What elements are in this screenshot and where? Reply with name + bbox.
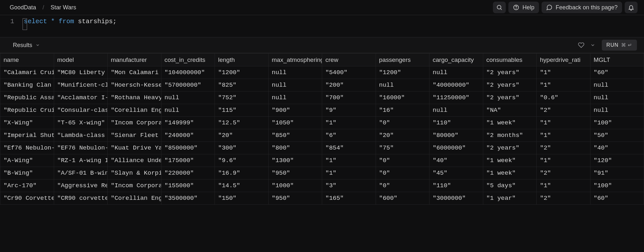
table-cell[interactable]: "700" [322,92,376,104]
table-cell[interactable]: "16000" [376,92,429,104]
table-cell[interactable]: "1 week" [483,154,537,167]
column-header[interactable]: cost_in_credits [161,53,215,66]
table-cell[interactable]: "MC80 Liberty ty [54,66,108,79]
table-cell[interactable]: "165" [322,192,376,205]
table-cell[interactable]: "75" [376,142,429,154]
column-header[interactable]: passengers [376,53,429,66]
table-cell[interactable]: "1" [537,79,591,92]
column-header[interactable]: name [0,53,54,66]
table-cell[interactable]: "5400" [322,66,376,79]
table-cell[interactable]: "0" [376,117,429,129]
table-cell[interactable]: null [429,66,483,79]
table-cell[interactable]: "110" [429,117,483,129]
table-cell[interactable]: "600" [376,192,429,205]
table-cell[interactable]: "100" [590,179,644,192]
table-cell[interactable]: "1 week" [483,117,537,129]
table-cell[interactable]: "20" [376,129,429,142]
table-row[interactable]: "Calamari Cruise"MC80 Liberty ty"Mon Cal… [0,66,644,79]
table-cell[interactable]: "110" [429,179,483,192]
table-cell[interactable]: "X-Wing" [0,117,54,129]
table-cell[interactable]: "Sienar Fleet Sy [108,129,161,142]
column-header[interactable]: manufacturer [108,53,161,66]
table-cell[interactable]: "850" [268,129,322,142]
table-cell[interactable]: "80000" [429,129,483,142]
table-cell[interactable]: "2 years" [483,92,537,104]
table-cell[interactable]: null [429,104,483,117]
table-cell[interactable]: "91" [590,167,644,179]
table-cell[interactable]: "Lambda-class T- [54,129,108,142]
table-cell[interactable]: "1 year" [483,192,537,205]
table-cell[interactable]: "Aggressive Reco [54,179,108,192]
column-header[interactable]: crew [322,53,376,66]
table-cell[interactable]: "60" [590,66,644,79]
table-cell[interactable]: "950" [268,192,322,205]
table-cell[interactable]: "9" [322,104,376,117]
table-cell[interactable]: "900" [268,104,322,117]
table-cell[interactable]: null [268,66,322,79]
column-header[interactable]: max_atmosphering [268,53,322,66]
table-cell[interactable]: "Imperial Shuttl [0,129,54,142]
editor-line[interactable]: select * from starships; [23,18,117,31]
table-cell[interactable]: "1 week" [483,167,537,179]
table-cell[interactable]: null [268,92,322,104]
column-header[interactable]: MGLT [590,53,644,66]
table-cell[interactable]: "Slayn & Korpil [108,167,161,179]
feedback-button[interactable]: Feedback on this page? [542,2,622,13]
results-tab[interactable]: Results [13,42,40,49]
table-cell[interactable]: null [268,79,322,92]
column-header[interactable]: consumables [483,53,537,66]
table-cell[interactable]: "B-Wing" [0,167,54,179]
table-cell[interactable]: "2" [537,104,591,117]
table-cell[interactable]: "Arc-170" [0,179,54,192]
table-cell[interactable]: "3000000" [429,192,483,205]
table-row[interactable]: "Arc-170""Aggressive Reco"Incom Corporat… [0,179,644,192]
table-cell[interactable]: "300" [215,142,269,154]
table-row[interactable]: "Republic Cruise"Consular-class"Corellia… [0,104,644,117]
table-cell[interactable]: "800" [268,142,322,154]
table-row[interactable]: "A-Wing""RZ-1 A-wing Int"Alliance Underg… [0,154,644,167]
table-cell[interactable]: "2 years" [483,142,537,154]
table-cell[interactable]: "9.6" [215,154,269,167]
table-row[interactable]: "X-Wing""T-65 X-wing""Incom Corporati"14… [0,117,644,129]
sql-editor[interactable]: 1 select * from starships; [0,15,644,31]
column-header[interactable]: model [54,53,108,66]
table-cell[interactable]: "1200" [215,66,269,79]
table-cell[interactable]: "EF76 Nebulon-B [54,142,108,154]
table-cell[interactable]: "Hoersch-Kessel [108,79,161,92]
table-cell[interactable]: "3" [322,179,376,192]
table-cell[interactable]: "11250000" [429,92,483,104]
table-cell[interactable]: "Banking Clan Fr [0,79,54,92]
table-cell[interactable]: "1" [537,66,591,79]
table-cell[interactable]: "40" [590,142,644,154]
table-cell[interactable]: "6000000" [429,142,483,154]
search-button[interactable] [493,2,506,13]
table-cell[interactable]: "T-65 X-wing" [54,117,108,129]
table-cell[interactable]: "1" [537,129,591,142]
table-cell[interactable]: "40" [429,154,483,167]
table-row[interactable]: "Banking Clan Fr"Munificent-clas"Hoersch… [0,79,644,92]
table-cell[interactable]: "12.5" [215,117,269,129]
table-cell[interactable]: null [590,104,644,117]
table-cell[interactable]: "NA" [483,104,537,117]
table-cell[interactable]: "1050" [268,117,322,129]
table-cell[interactable]: "115" [215,104,269,117]
table-cell[interactable]: "2 months" [483,129,537,142]
table-row[interactable]: "B-Wing""A/SF-01 B-wing"Slayn & Korpil"2… [0,167,644,179]
table-cell[interactable]: "A/SF-01 B-wing [54,167,108,179]
column-header[interactable]: hyperdrive_rati [537,53,591,66]
table-cell[interactable]: "120" [590,154,644,167]
table-cell[interactable]: null [161,92,215,104]
favorite-button[interactable] [575,40,587,50]
table-cell[interactable]: "Incom Corporati [108,117,161,129]
table-cell[interactable]: "1200" [376,66,429,79]
table-cell[interactable]: "Kuat Drive Yard [108,142,161,154]
table-cell[interactable]: "150" [215,192,269,205]
table-cell[interactable]: "100" [590,117,644,129]
table-cell[interactable]: "16" [376,104,429,117]
table-cell[interactable]: "40000000" [429,79,483,92]
table-cell[interactable]: "752" [215,92,269,104]
table-cell[interactable]: "2" [537,142,591,154]
table-cell[interactable]: "Consular-class [54,104,108,117]
table-cell[interactable]: "Calamari Cruise [0,66,54,79]
table-cell[interactable]: "1" [322,167,376,179]
